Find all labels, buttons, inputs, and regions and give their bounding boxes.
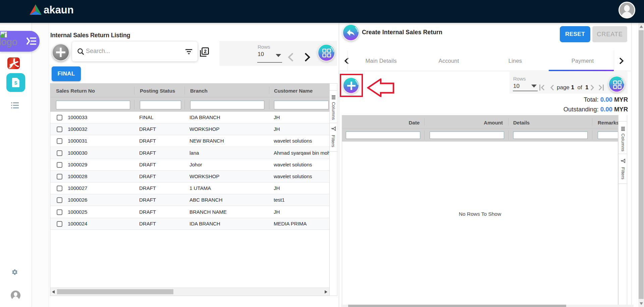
svg-text:2: 2 [204,49,207,54]
svg-text:$: $ [14,80,17,86]
